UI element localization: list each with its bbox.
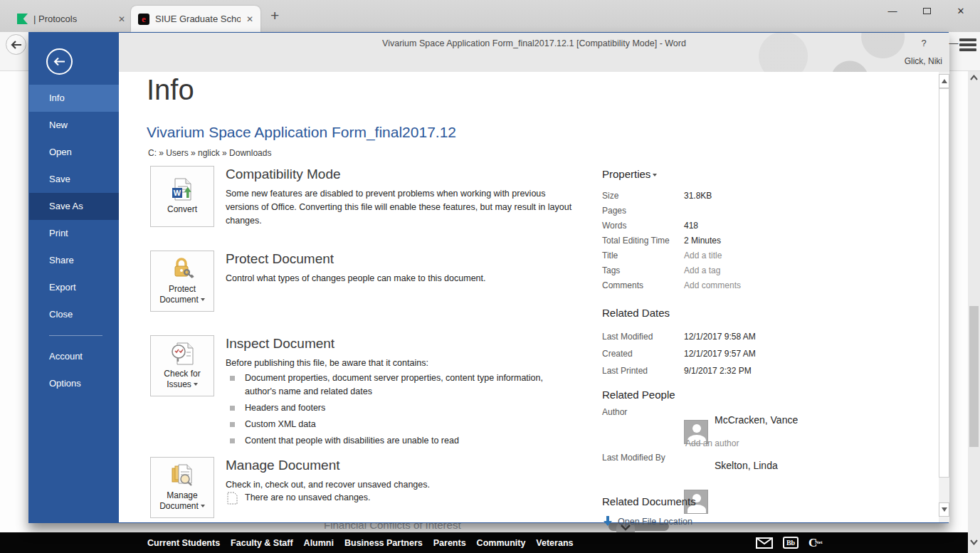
back-arrow-icon <box>11 41 22 49</box>
add-author-field[interactable]: Add an author <box>685 438 739 448</box>
check-for-issues-button[interactable]: Check for Issues <box>150 335 214 396</box>
last-modified-by-label: Last Modified By <box>602 453 665 463</box>
signed-in-user[interactable]: Glick, Niki <box>905 56 942 66</box>
sidebar-item-close[interactable]: Close <box>29 301 119 328</box>
inspect-bullet-list: Document properties, document server pro… <box>230 372 554 451</box>
bullet-square-icon <box>230 438 235 443</box>
svg-text:W: W <box>174 189 181 197</box>
property-row-editing-time: Total Editing Time2 Minutes <box>602 233 858 248</box>
sidebar-item-options[interactable]: Options <box>29 370 119 397</box>
sidebar-item-save[interactable]: Save <box>29 166 119 193</box>
scroll-down-icon[interactable] <box>970 539 978 545</box>
property-row-comments: CommentsAdd comments <box>602 278 858 293</box>
property-row-pages: Pages <box>602 203 858 218</box>
sidebar-item-export[interactable]: Export <box>29 274 119 301</box>
author-name[interactable]: McCracken, Vance <box>715 414 798 426</box>
tab-close-icon[interactable]: ✕ <box>246 14 253 24</box>
check-issues-label-line2: Issues <box>167 379 198 390</box>
mail-icon[interactable] <box>756 537 773 549</box>
dropdown-caret-icon <box>194 383 198 386</box>
sidebar-item-new[interactable]: New <box>29 112 119 139</box>
word-maximize-button[interactable] <box>976 36 980 51</box>
page-title: Info <box>147 74 194 106</box>
manage-label-line2: Document <box>159 501 205 512</box>
scroll-up-icon[interactable] <box>970 75 978 80</box>
footer-link-faculty-staff[interactable]: Faculty & Staff <box>231 538 293 548</box>
cougarnet-icon[interactable]: CNet <box>808 536 817 550</box>
siue-favicon-icon: e <box>138 14 149 25</box>
maximize-icon <box>923 8 931 14</box>
manage-description: Check in, check out, and recover unsaved… <box>226 478 430 492</box>
word-window: Vivarium Space Application Form_final201… <box>28 32 949 523</box>
blackboard-icon[interactable]: Bb <box>783 537 799 549</box>
protect-label-line1: Protect <box>169 284 196 295</box>
back-arrow-icon <box>53 57 65 66</box>
sidebar-item-share[interactable]: Share <box>29 247 119 274</box>
last-modified-by-name[interactable]: Skelton, Linda <box>715 460 778 471</box>
unsaved-changes-row: There are no unsaved changes. <box>227 491 371 505</box>
browser-scrollbar-thumb[interactable] <box>969 306 979 447</box>
author-label: Author <box>602 407 627 417</box>
add-comments-field[interactable]: Add comments <box>684 280 741 290</box>
related-people-panel: Related People Author McCracken, Vance A… <box>602 389 858 449</box>
bullet-square-icon <box>230 406 235 411</box>
dropdown-caret-icon <box>653 174 657 177</box>
browser-tab-siue[interactable]: e SIUE Graduate School - Fu... ✕ <box>131 6 260 32</box>
word-minimize-button[interactable]: — <box>946 36 961 51</box>
word-scrollbar[interactable] <box>939 72 949 522</box>
word-document-title: Vivarium Space Application Form_final201… <box>119 38 949 48</box>
footer-link-business-partners[interactable]: Business Partners <box>344 538 423 548</box>
word-help-button[interactable]: ? <box>916 36 932 51</box>
footer-link-community[interactable]: Community <box>477 538 526 548</box>
footer-nav: Current Students Faculty & Staff Alumni … <box>147 538 573 548</box>
sidebar-item-open[interactable]: Open <box>29 139 119 166</box>
sidebar-item-save-as[interactable]: Save As <box>29 193 119 220</box>
sidebar-item-print[interactable]: Print <box>29 220 119 247</box>
browser-maximize-button[interactable] <box>919 4 934 19</box>
backstage-back-button[interactable] <box>46 48 73 75</box>
browser-back-button[interactable] <box>6 34 26 55</box>
browser-tab-protocols[interactable]: | Protocols ✕ <box>10 6 132 32</box>
footer-link-alumni[interactable]: Alumni <box>304 538 334 548</box>
sidebar-item-account[interactable]: Account <box>29 343 119 370</box>
convert-document-icon: W <box>169 178 196 201</box>
triangle-up-icon <box>942 79 947 83</box>
check-issues-label-line1: Check for <box>164 369 200 379</box>
properties-heading[interactable]: Properties <box>602 168 858 180</box>
kuali-tab-icon <box>17 14 28 24</box>
add-tag-field[interactable]: Add a tag <box>684 265 720 275</box>
footer-link-veterans[interactable]: Veterans <box>536 538 573 548</box>
date-row-last-printed: Last Printed9/1/2017 2:32 PM <box>602 362 858 379</box>
open-file-location-link[interactable]: Open File Location <box>602 516 858 527</box>
bullet-square-icon <box>230 376 235 381</box>
bullet-square-icon <box>230 422 235 427</box>
footer-link-current-students[interactable]: Current Students <box>147 538 220 548</box>
dropdown-caret-icon <box>201 298 205 301</box>
protect-label-line2: Document <box>159 295 205 305</box>
browser-tab-bar: | Protocols ✕ e SIUE Graduate School - F… <box>0 0 980 32</box>
related-dates-panel: Related Dates Last Modified12/1/2017 9:5… <box>602 307 858 379</box>
browser-close-button[interactable]: ✕ <box>953 4 969 19</box>
word-scrollbar-thumb[interactable] <box>939 88 949 478</box>
webpage-footer-bar: Current Students Faculty & Staff Alumni … <box>0 532 968 553</box>
lock-key-icon <box>170 258 194 280</box>
browser-scrollbar[interactable] <box>968 71 980 553</box>
document-path-breadcrumb: C: » Users » nglick » Downloads <box>148 148 271 158</box>
manage-document-button[interactable]: Manage Document <box>150 457 214 518</box>
browser-minimize-button[interactable]: — <box>885 4 900 19</box>
compatibility-heading: Compatibility Mode <box>226 167 341 182</box>
new-tab-button[interactable]: + <box>270 9 279 23</box>
footer-link-parents[interactable]: Parents <box>433 538 466 548</box>
backstage-sidebar: Info New Open Save Save As Print Share E… <box>29 33 119 522</box>
word-titlebar: Vivarium Space Application Form_final201… <box>119 33 949 72</box>
protect-document-button[interactable]: Protect Document <box>150 251 214 312</box>
unsaved-note: There are no unsaved changes. <box>245 491 371 505</box>
word-scroll-up-button[interactable] <box>939 74 949 88</box>
sidebar-item-info[interactable]: Info <box>29 85 119 112</box>
convert-button[interactable]: W Convert <box>150 166 214 227</box>
add-title-field[interactable]: Add a title <box>684 251 722 260</box>
protect-description: Control what types of changes people can… <box>226 272 581 285</box>
word-scroll-down-button[interactable] <box>939 502 949 517</box>
tab-close-icon[interactable]: ✕ <box>118 14 125 24</box>
manage-heading: Manage Document <box>226 458 340 473</box>
